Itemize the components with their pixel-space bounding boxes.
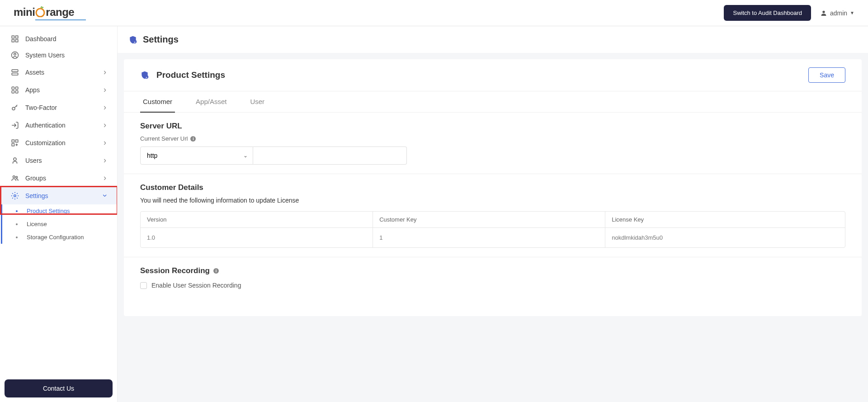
checkbox-label: Enable User Session Recording bbox=[151, 282, 241, 289]
apps-icon bbox=[11, 86, 19, 94]
cell-version: 1.0 bbox=[141, 228, 373, 247]
page-header: e Settings bbox=[118, 26, 868, 53]
svg-rect-12 bbox=[12, 90, 14, 93]
cell-license-key: nokdlmkidah3m5u0 bbox=[605, 228, 845, 247]
svg-point-18 bbox=[14, 158, 16, 161]
contact-us-button[interactable]: Contact Us bbox=[5, 379, 113, 397]
sidebar-item-assets[interactable]: Assets › bbox=[0, 63, 117, 81]
shield-icon: e bbox=[140, 71, 149, 80]
sidebar: Dashboard System Users Assets › Apps › bbox=[0, 26, 118, 402]
chevron-right-icon: › bbox=[104, 67, 106, 77]
svg-rect-11 bbox=[16, 87, 18, 89]
sub-nav-storage-config[interactable]: Storage Configuration bbox=[2, 231, 117, 244]
tab-user[interactable]: User bbox=[247, 91, 267, 113]
svg-rect-2 bbox=[12, 36, 14, 38]
page-title: Settings bbox=[143, 34, 179, 45]
col-version: Version bbox=[141, 212, 373, 228]
sidebar-item-system-users[interactable]: System Users bbox=[0, 47, 117, 63]
main-content: e Settings e Product Settings Save Custo… bbox=[118, 26, 868, 402]
nav-label: Dashboard bbox=[25, 35, 106, 43]
user-menu[interactable]: admin ▼ bbox=[820, 9, 854, 17]
session-recording-section: Session Recording i Enable User Session … bbox=[124, 257, 862, 298]
label-text: Current Server Url bbox=[140, 135, 188, 142]
svg-rect-10 bbox=[12, 87, 14, 89]
username-label: admin bbox=[830, 9, 847, 17]
customer-details-table: Version Customer Key License Key 1.0 1 n… bbox=[140, 211, 845, 248]
bullet-icon bbox=[16, 210, 18, 212]
protocol-select[interactable]: http bbox=[140, 147, 253, 165]
chevron-down-icon: ▼ bbox=[850, 10, 854, 15]
session-recording-checkbox[interactable] bbox=[140, 282, 147, 289]
sidebar-item-customization[interactable]: Customization › bbox=[0, 134, 117, 151]
svg-point-7 bbox=[14, 53, 16, 56]
app-header: minirange Switch to Audit Dashboard admi… bbox=[0, 0, 868, 26]
svg-rect-16 bbox=[16, 140, 18, 142]
nav-label: Settings bbox=[25, 192, 104, 199]
svg-text:e: e bbox=[134, 40, 136, 43]
header-actions: Switch to Audit Dashboard admin ▼ bbox=[724, 5, 854, 21]
sub-nav-license[interactable]: License bbox=[2, 218, 117, 231]
tab-customer[interactable]: Customer bbox=[140, 91, 175, 113]
svg-rect-17 bbox=[12, 143, 14, 146]
sub-nav-label: Product Settings bbox=[27, 208, 70, 214]
switch-audit-button[interactable]: Switch to Audit Dashboard bbox=[724, 5, 811, 21]
server-icon bbox=[11, 68, 19, 76]
section-title: Session Recording i bbox=[140, 266, 845, 275]
chevron-down-icon: › bbox=[100, 194, 110, 197]
tab-app-asset[interactable]: App/Asset bbox=[193, 91, 229, 113]
sidebar-item-users[interactable]: Users › bbox=[0, 151, 117, 169]
customer-details-section: Customer Details You will need the follo… bbox=[124, 174, 862, 257]
svg-point-19 bbox=[13, 175, 15, 178]
logo-orange-icon bbox=[35, 6, 46, 19]
chevron-right-icon: › bbox=[104, 138, 106, 147]
svg-point-0 bbox=[36, 9, 44, 17]
save-button[interactable]: Save bbox=[808, 67, 845, 83]
sidebar-item-settings[interactable]: Settings › bbox=[0, 187, 117, 204]
cell-customer-key: 1 bbox=[373, 228, 605, 247]
customize-icon bbox=[11, 139, 19, 147]
url-input-row: http ⌄ bbox=[140, 147, 845, 165]
nav-label: Groups bbox=[25, 175, 104, 182]
nav-label: System Users bbox=[25, 52, 106, 59]
server-url-input[interactable] bbox=[253, 147, 407, 165]
nav-label: Apps bbox=[25, 86, 104, 94]
user-icon bbox=[820, 9, 827, 17]
nav-list: Dashboard System Users Assets › Apps › bbox=[0, 26, 117, 375]
logo-text-prefix: mini bbox=[14, 6, 35, 18]
sidebar-item-two-factor[interactable]: Two-Factor › bbox=[0, 99, 117, 116]
svg-point-14 bbox=[12, 107, 15, 110]
user-circle-icon bbox=[11, 51, 19, 59]
table-row: 1.0 1 nokdlmkidah3m5u0 bbox=[141, 228, 845, 247]
logo-underline bbox=[14, 19, 86, 20]
sidebar-item-groups[interactable]: Groups › bbox=[0, 169, 117, 187]
table-header-row: Version Customer Key License Key bbox=[141, 212, 845, 228]
sub-nav-label: Storage Configuration bbox=[27, 234, 84, 241]
svg-rect-8 bbox=[12, 70, 18, 72]
chevron-right-icon: › bbox=[104, 85, 106, 95]
chevron-right-icon: › bbox=[104, 103, 106, 112]
tabs: Customer App/Asset User bbox=[124, 91, 862, 113]
dashboard-icon bbox=[11, 35, 19, 43]
sidebar-item-authentication[interactable]: Authentication › bbox=[0, 116, 117, 134]
info-icon[interactable]: i bbox=[190, 136, 196, 142]
card-header: e Product Settings Save bbox=[124, 59, 862, 91]
settings-submenu: Product Settings License Storage Configu… bbox=[1, 204, 117, 244]
info-icon[interactable]: i bbox=[213, 268, 219, 274]
sidebar-item-apps[interactable]: Apps › bbox=[0, 81, 117, 99]
nav-label: Users bbox=[25, 157, 104, 164]
brand-logo: minirange bbox=[14, 6, 86, 20]
section-label: Current Server Url i bbox=[140, 135, 845, 142]
sub-nav-product-settings[interactable]: Product Settings bbox=[2, 204, 117, 218]
svg-point-1 bbox=[822, 10, 825, 13]
user-icon bbox=[11, 156, 19, 165]
col-license-key: License Key bbox=[605, 212, 845, 228]
bullet-icon bbox=[16, 223, 18, 225]
section-title: Server URL bbox=[140, 122, 845, 131]
key-icon bbox=[11, 104, 19, 112]
nav-label: Customization bbox=[25, 139, 104, 147]
chevron-right-icon: › bbox=[104, 120, 106, 130]
sidebar-item-dashboard[interactable]: Dashboard bbox=[0, 31, 117, 47]
nav-label: Two-Factor bbox=[25, 104, 104, 111]
server-url-section: Server URL Current Server Url i http ⌄ bbox=[124, 113, 862, 174]
shield-icon: e bbox=[128, 35, 137, 44]
